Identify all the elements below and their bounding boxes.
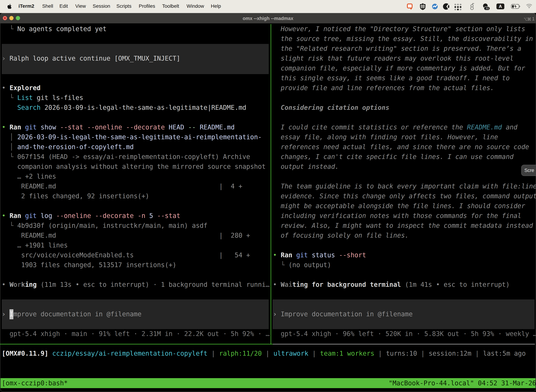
svg-text:..61: ..61 [485,7,489,10]
